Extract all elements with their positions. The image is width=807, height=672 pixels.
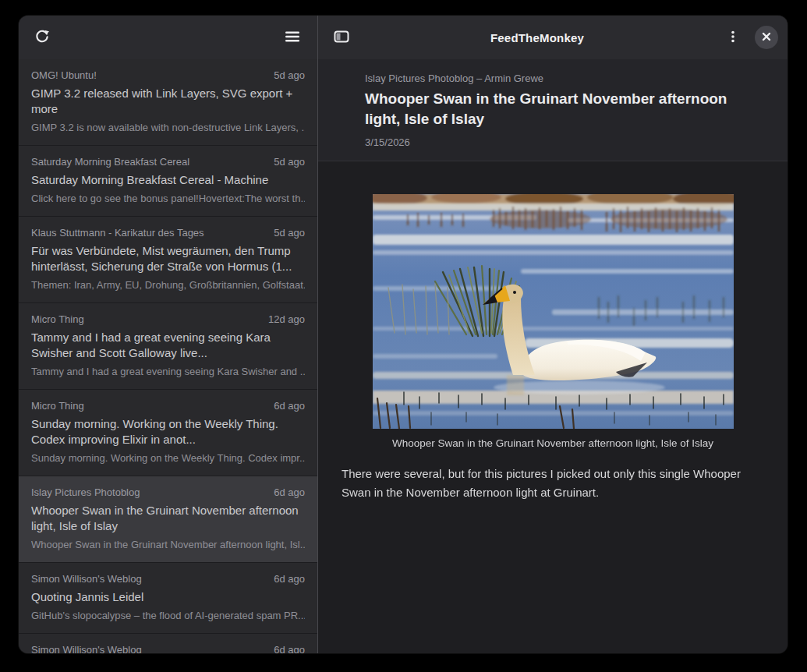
feed-list-item[interactable]: Micro Thing 6d ago Sunday morning. Worki… bbox=[19, 390, 317, 476]
close-icon bbox=[762, 32, 771, 44]
item-summary: Whooper Swan in the Gruinart November af… bbox=[31, 538, 305, 552]
app-title: FeedTheMonkey bbox=[356, 31, 719, 44]
feed-list-item[interactable]: Simon Willison's Weblog 6d ago Quoting J… bbox=[19, 563, 317, 634]
refresh-button[interactable] bbox=[28, 23, 56, 51]
item-title: GIMP 3.2 released with Link Layers, SVG … bbox=[31, 86, 305, 117]
sidebar-toggle-button[interactable] bbox=[327, 23, 356, 51]
item-title: Quoting Jannis Leidel bbox=[31, 589, 305, 605]
item-date: 6d ago bbox=[274, 643, 305, 653]
item-summary: Sunday morning. Working on the Weekly Th… bbox=[31, 451, 305, 465]
item-date: 6d ago bbox=[274, 399, 305, 413]
item-summary: GIMP 3.2 is now available with non-destr… bbox=[31, 121, 305, 135]
article-feed-name: Islay Pictures Photoblog – Armin Grewe bbox=[365, 72, 756, 86]
item-title: Für was Verbündete, Mist wegräumen, den … bbox=[31, 243, 305, 274]
feed-name: Simon Willison's Weblog bbox=[31, 572, 142, 586]
article-header: Islay Pictures Photoblog – Armin Grewe W… bbox=[318, 59, 788, 161]
sidebar-header bbox=[19, 16, 317, 59]
item-summary: Tammy and I had a great evening seeing K… bbox=[31, 365, 305, 379]
item-date: 6d ago bbox=[274, 486, 305, 500]
item-title: Saturday Morning Breakfast Cereal - Mach… bbox=[31, 172, 305, 188]
article-title: Whooper Swan in the Gruinart November af… bbox=[365, 89, 756, 129]
feed-list: OMG! Ubuntu! 5d ago GIMP 3.2 released wi… bbox=[19, 59, 317, 653]
item-date: 6d ago bbox=[274, 572, 305, 586]
article-pane: Islay Pictures Photoblog – Armin Grewe W… bbox=[318, 59, 788, 653]
item-date: 12d ago bbox=[268, 313, 305, 327]
article-figure: Whooper Swan in the Gruinart November af… bbox=[373, 194, 734, 449]
item-date: 5d ago bbox=[274, 226, 305, 240]
swan-photo bbox=[373, 194, 734, 429]
item-title: Tammy and I had a great evening seeing K… bbox=[31, 330, 305, 361]
feed-list-item[interactable]: Islay Pictures Photoblog 6d ago Whooper … bbox=[19, 476, 317, 563]
image-caption: Whooper Swan in the Gruinart November af… bbox=[373, 437, 734, 449]
item-title: Sunday morning. Working on the Weekly Th… bbox=[31, 416, 305, 447]
item-title: Whooper Swan in the Gruinart November af… bbox=[31, 503, 305, 534]
feed-name: Saturday Morning Breakfast Cereal bbox=[31, 155, 189, 169]
feed-name: OMG! Ubuntu! bbox=[31, 69, 97, 83]
refresh-icon bbox=[34, 28, 51, 48]
feed-list-item[interactable]: Klaus Stuttmann - Karikatur des Tages 5d… bbox=[19, 217, 317, 303]
feed-name: Islay Pictures Photoblog bbox=[31, 486, 140, 500]
sidebar-menu-button[interactable] bbox=[278, 23, 306, 51]
article-body: Whooper Swan in the Gruinart November af… bbox=[318, 161, 788, 518]
main-header: FeedTheMonkey bbox=[318, 16, 788, 59]
close-button[interactable] bbox=[755, 26, 778, 49]
feed-list-item[interactable]: OMG! Ubuntu! 5d ago GIMP 3.2 released wi… bbox=[19, 59, 317, 146]
hamburger-menu-icon bbox=[285, 29, 300, 47]
app-window: FeedTheMonkey OMG! Ubuntu! 5d ago bbox=[19, 16, 788, 653]
feed-list-item[interactable]: Saturday Morning Breakfast Cereal 5d ago… bbox=[19, 146, 317, 217]
kebab-menu-icon bbox=[726, 30, 740, 46]
item-summary: Click here to go see the bonus panel!Hov… bbox=[31, 192, 305, 206]
feed-name: Micro Thing bbox=[31, 313, 84, 327]
feed-list-item[interactable]: Micro Thing 12d ago Tammy and I had a gr… bbox=[19, 303, 317, 390]
feed-name: Klaus Stuttmann - Karikatur des Tages bbox=[31, 226, 204, 240]
article-date: 3/15/2026 bbox=[365, 136, 756, 150]
item-summary: GitHub's slopocalypse – the flood of AI-… bbox=[31, 609, 305, 623]
article-text: There were several, but for this picture… bbox=[342, 465, 751, 502]
more-options-button[interactable] bbox=[719, 23, 747, 51]
item-date: 5d ago bbox=[274, 69, 305, 83]
feed-name: Simon Willison's Weblog bbox=[31, 643, 142, 653]
item-date: 5d ago bbox=[274, 155, 305, 169]
feed-name: Micro Thing bbox=[31, 399, 84, 413]
sidebar-toggle-icon bbox=[334, 29, 349, 47]
feed-list-item[interactable]: Simon Willison's Weblog 6d ago My firesi… bbox=[19, 634, 317, 653]
item-summary: Themen: Iran, Army, EU, Drohung, Großbri… bbox=[31, 278, 305, 292]
